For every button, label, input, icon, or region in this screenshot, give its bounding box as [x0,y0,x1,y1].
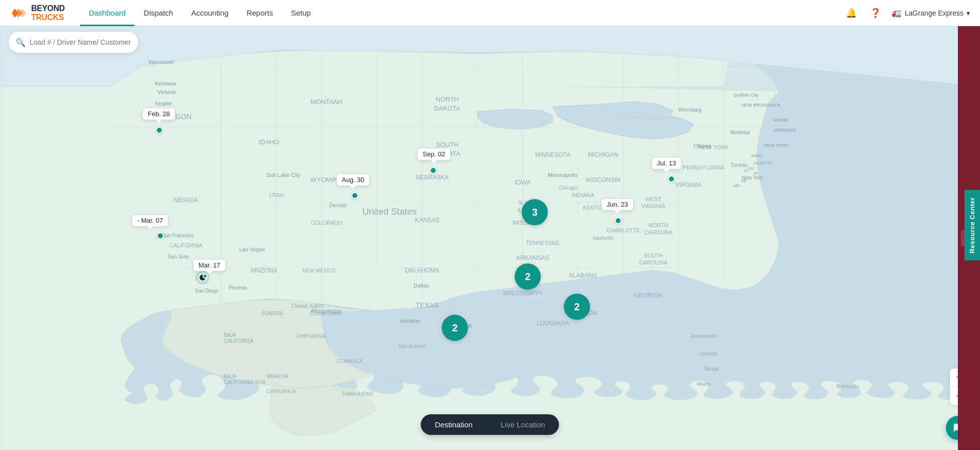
svg-text:Chicago: Chicago [559,185,577,191]
destination-toggle[interactable]: Destination [421,414,486,435]
svg-text:DAKOTA: DAKOTA [434,105,461,112]
dot-feb28 [156,127,163,134]
nav-dashboard[interactable]: Dashboard [80,0,135,26]
svg-text:CHARLOTTE: CHARLOTTE [607,227,640,233]
svg-text:NORTH: NORTH [436,96,459,103]
svg-text:MONTANA: MONTANA [311,98,343,106]
current-location-marker [195,271,210,285]
svg-text:NEW YORK: NEW YORK [764,143,789,148]
svg-text:Minneapolis: Minneapolis [548,172,577,178]
search-bar[interactable]: 🔍 [8,31,139,53]
svg-text:Montréal: Montréal [730,130,750,135]
svg-text:Denver: Denver [329,202,347,208]
svg-text:TEXAS: TEXAS [416,301,439,309]
svg-text:UTAH: UTAH [269,192,283,198]
svg-text:OKLAHOMA: OKLAHOMA [405,267,439,274]
nav-right: 🔔 ❓ 🚛 LaGrange Express ▾ [843,5,970,21]
navbar: BEYONDTRUCKS Dashboard Dispatch Accounti… [0,0,980,26]
nav-accounting[interactable]: Accounting [182,0,237,26]
cluster-marker-2c[interactable]: 2 [442,315,468,341]
svg-text:Seattle: Seattle [155,101,172,107]
help-icon[interactable]: ❓ [867,5,884,21]
dot-aug30 [351,192,358,199]
svg-text:WEST: WEST [645,196,661,202]
svg-text:San Francisco: San Francisco [162,233,194,238]
svg-text:United States: United States [362,207,417,217]
dot-mar07 [157,232,164,239]
svg-text:WISCONSIN: WISCONSIN [585,176,620,184]
svg-text:VIRGINIA: VIRGINIA [675,182,702,189]
svg-text:MISSISSIPPI: MISSISSIPPI [503,289,542,297]
svg-text:Québec City: Québec City [734,93,759,98]
svg-text:ARIZONA: ARIZONA [250,267,277,274]
company-selector[interactable]: 🚛 LaGrange Express ▾ [892,8,970,18]
svg-text:Bermuda: Bermuda [837,383,860,389]
date-marker-aug30[interactable]: Aug. 30 [336,173,370,186]
svg-text:Miami: Miami [697,381,711,387]
svg-text:NEW MEXICO: NEW MEXICO [303,268,336,274]
search-input[interactable] [30,38,131,46]
svg-text:BAJA: BAJA [224,374,236,379]
date-marker-mar07[interactable]: - Mar. 07 [132,214,168,227]
svg-text:Victoria: Victoria [157,89,176,95]
svg-text:NEBRASKA: NEBRASKA [416,174,448,181]
map-container[interactable]: OREGON IDAHO MONTANA NORTH DAKOTA SOUTH … [0,26,980,450]
date-marker-jun23[interactable]: Jun. 23 [601,198,634,211]
cluster-marker-2b[interactable]: 2 [564,294,590,320]
svg-text:NORTH: NORTH [649,222,668,228]
live-location-toggle[interactable]: Live Location [486,414,559,435]
nav-dispatch[interactable]: Dispatch [135,0,182,26]
svg-text:MASS.: MASS. [751,153,764,158]
svg-text:INDIANA: INDIANA [572,192,595,198]
logo[interactable]: BEYONDTRUCKS [10,4,65,22]
svg-text:MD: MD [734,184,740,188]
date-marker-mar17[interactable]: Mar. 17 [193,259,226,272]
dot-jun23 [615,217,622,224]
svg-text:VERMONT: VERMONT [774,128,797,133]
svg-text:ARKANSAS: ARKANSAS [516,254,549,261]
svg-text:SOUTH: SOUTH [644,252,663,258]
date-marker-sep02[interactable]: Sep. 02 [417,148,451,160]
svg-text:KANSAS: KANSAS [415,217,440,224]
svg-text:GEORGIA: GEORGIA [634,292,662,299]
svg-text:MICHIGAN: MICHIGAN [588,151,618,158]
svg-text:Ciudad Juárez: Ciudad Juárez [291,303,324,309]
svg-text:Winnipeg: Winnipeg [678,107,702,113]
nav-reports[interactable]: Reports [238,0,282,26]
dot-sep02 [430,167,437,174]
svg-text:Phoenix: Phoenix [229,285,247,291]
svg-text:Tampa: Tampa [704,366,719,372]
svg-text:LOUISIANA: LOUISIANA [537,320,569,327]
svg-text:San Jose: San Jose [168,254,189,259]
search-icon: 🔍 [16,38,26,47]
svg-text:CALIFORNIA SUR: CALIFORNIA SUR [224,380,265,385]
svg-text:IDAHO: IDAHO [258,138,279,146]
map-overlay: OREGON IDAHO MONTANA NORTH DAKOTA SOUTH … [0,26,980,450]
svg-text:SINALOA: SINALOA [266,374,288,379]
date-marker-jul13[interactable]: Jul. 13 [651,157,681,169]
resource-center-tab[interactable]: Resource Center [964,190,980,260]
svg-text:CHIHUAHUA: CHIHUAHUA [297,333,327,339]
svg-text:CAROLINA: CAROLINA [639,259,668,265]
svg-text:PENNSYLVANIA: PENNSYLVANIA [683,164,725,170]
svg-text:NEVADA: NEVADA [174,197,198,204]
svg-text:Kelowna: Kelowna [155,80,176,86]
svg-text:CHIHUAHUA: CHIHUAHUA [266,389,297,394]
svg-text:ALABAMA: ALABAMA [569,272,598,279]
cluster-marker-2a[interactable]: 2 [515,263,541,290]
svg-text:TAMAULIPAS: TAMAULIPAS [342,391,373,397]
nav-setup[interactable]: Setup [282,0,320,26]
svg-text:MAINE: MAINE [774,118,789,123]
company-name: LaGrange Express [905,9,963,17]
date-marker-feb28[interactable]: Feb. 28 [142,108,175,120]
notification-icon[interactable]: 🔔 [843,5,859,21]
svg-text:Ottawa: Ottawa [694,143,712,149]
svg-text:HUSETTS: HUSETTS [754,161,772,165]
dot-jul13 [668,175,675,183]
svg-text:NJ: NJ [749,166,754,170]
company-truck-icon: 🚛 [892,8,902,18]
svg-text:TENNESSEE: TENNESSEE [526,240,560,246]
svg-text:San Diego: San Diego [195,288,219,294]
svg-text:Ciudad-Juárez: Ciudad-Juárez [310,311,342,316]
cluster-marker-3[interactable]: 3 [522,199,548,225]
